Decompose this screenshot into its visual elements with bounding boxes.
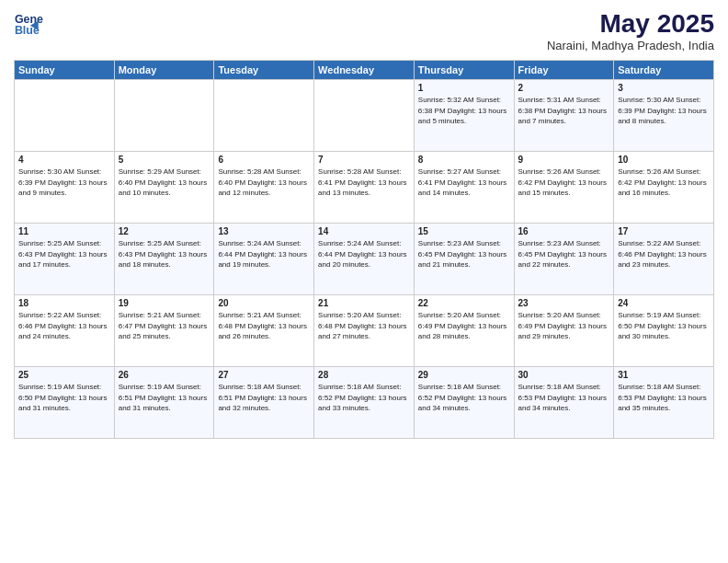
day-info: Sunrise: 5:23 AM Sunset: 6:45 PM Dayligh… [518, 238, 610, 270]
weekday-header-saturday: Saturday [614, 61, 714, 80]
weekday-header-thursday: Thursday [414, 61, 514, 80]
day-cell: 31Sunrise: 5:18 AM Sunset: 6:53 PM Dayli… [614, 367, 714, 439]
day-cell: 30Sunrise: 5:18 AM Sunset: 6:53 PM Dayli… [514, 367, 614, 439]
day-info: Sunrise: 5:29 AM Sunset: 6:40 PM Dayligh… [119, 167, 210, 199]
day-info: Sunrise: 5:22 AM Sunset: 6:46 PM Dayligh… [618, 238, 710, 270]
day-number: 22 [418, 298, 510, 308]
day-cell [314, 80, 415, 152]
day-info: Sunrise: 5:18 AM Sunset: 6:52 PM Dayligh… [418, 382, 510, 414]
day-number: 1 [418, 83, 510, 93]
day-number: 9 [518, 155, 610, 165]
day-number: 11 [18, 226, 110, 236]
day-cell [114, 80, 214, 152]
day-cell: 22Sunrise: 5:20 AM Sunset: 6:49 PM Dayli… [414, 295, 514, 367]
day-number: 29 [418, 370, 510, 380]
day-info: Sunrise: 5:27 AM Sunset: 6:41 PM Dayligh… [418, 167, 510, 199]
day-cell: 14Sunrise: 5:24 AM Sunset: 6:44 PM Dayli… [314, 224, 415, 295]
day-number: 6 [218, 155, 310, 165]
day-info: Sunrise: 5:23 AM Sunset: 6:45 PM Dayligh… [418, 238, 510, 270]
day-info: Sunrise: 5:25 AM Sunset: 6:43 PM Dayligh… [119, 238, 210, 270]
week-row-4: 18Sunrise: 5:22 AM Sunset: 6:46 PM Dayli… [15, 295, 714, 367]
day-info: Sunrise: 5:26 AM Sunset: 6:42 PM Dayligh… [518, 167, 610, 199]
weekday-header-sunday: Sunday [15, 61, 115, 80]
day-info: Sunrise: 5:32 AM Sunset: 6:38 PM Dayligh… [418, 95, 510, 127]
day-cell: 20Sunrise: 5:21 AM Sunset: 6:48 PM Dayli… [214, 295, 314, 367]
day-number: 13 [218, 226, 310, 236]
day-cell: 24Sunrise: 5:19 AM Sunset: 6:50 PM Dayli… [614, 295, 714, 367]
day-info: Sunrise: 5:18 AM Sunset: 6:52 PM Dayligh… [318, 382, 410, 414]
day-number: 3 [618, 83, 710, 93]
day-number: 10 [618, 155, 710, 165]
day-number: 7 [318, 155, 410, 165]
day-info: Sunrise: 5:18 AM Sunset: 6:53 PM Dayligh… [618, 382, 710, 414]
day-info: Sunrise: 5:20 AM Sunset: 6:49 PM Dayligh… [518, 310, 610, 342]
logo-icon: General Blue [14, 9, 43, 39]
day-info: Sunrise: 5:21 AM Sunset: 6:47 PM Dayligh… [119, 310, 210, 342]
weekday-header-tuesday: Tuesday [214, 61, 314, 80]
day-cell: 5Sunrise: 5:29 AM Sunset: 6:40 PM Daylig… [114, 152, 214, 224]
day-number: 30 [518, 370, 610, 380]
day-info: Sunrise: 5:19 AM Sunset: 6:51 PM Dayligh… [119, 382, 210, 414]
day-info: Sunrise: 5:25 AM Sunset: 6:43 PM Dayligh… [18, 238, 110, 270]
day-cell: 3Sunrise: 5:30 AM Sunset: 6:39 PM Daylig… [614, 80, 714, 152]
week-row-5: 25Sunrise: 5:19 AM Sunset: 6:50 PM Dayli… [15, 367, 714, 439]
day-cell [15, 80, 115, 152]
day-cell: 21Sunrise: 5:20 AM Sunset: 6:48 PM Dayli… [314, 295, 415, 367]
day-number: 27 [218, 370, 310, 380]
day-cell [214, 80, 314, 152]
day-cell: 4Sunrise: 5:30 AM Sunset: 6:39 PM Daylig… [15, 152, 115, 224]
page: General Blue May 2025 Naraini, Madhya Pr… [0, 0, 728, 563]
week-row-3: 11Sunrise: 5:25 AM Sunset: 6:43 PM Dayli… [15, 224, 714, 295]
header: General Blue May 2025 Naraini, Madhya Pr… [14, 9, 714, 52]
day-cell: 23Sunrise: 5:20 AM Sunset: 6:49 PM Dayli… [514, 295, 614, 367]
day-info: Sunrise: 5:22 AM Sunset: 6:46 PM Dayligh… [18, 310, 110, 342]
day-info: Sunrise: 5:19 AM Sunset: 6:50 PM Dayligh… [18, 382, 110, 414]
day-info: Sunrise: 5:20 AM Sunset: 6:48 PM Dayligh… [318, 310, 410, 342]
weekday-header-friday: Friday [514, 61, 614, 80]
logo: General Blue [14, 9, 43, 39]
day-number: 26 [119, 370, 210, 380]
day-number: 25 [18, 370, 110, 380]
day-cell: 1Sunrise: 5:32 AM Sunset: 6:38 PM Daylig… [414, 80, 514, 152]
day-cell: 26Sunrise: 5:19 AM Sunset: 6:51 PM Dayli… [114, 367, 214, 439]
svg-text:Blue: Blue [15, 24, 40, 37]
week-row-2: 4Sunrise: 5:30 AM Sunset: 6:39 PM Daylig… [15, 152, 714, 224]
day-number: 18 [18, 298, 110, 308]
day-number: 23 [518, 298, 610, 308]
day-cell: 12Sunrise: 5:25 AM Sunset: 6:43 PM Dayli… [114, 224, 214, 295]
day-cell: 16Sunrise: 5:23 AM Sunset: 6:45 PM Dayli… [514, 224, 614, 295]
day-cell: 6Sunrise: 5:28 AM Sunset: 6:40 PM Daylig… [214, 152, 314, 224]
day-info: Sunrise: 5:26 AM Sunset: 6:42 PM Dayligh… [618, 167, 710, 199]
day-info: Sunrise: 5:20 AM Sunset: 6:49 PM Dayligh… [418, 310, 510, 342]
day-info: Sunrise: 5:30 AM Sunset: 6:39 PM Dayligh… [18, 167, 110, 199]
weekday-header-row: SundayMondayTuesdayWednesdayThursdayFrid… [15, 61, 714, 80]
day-info: Sunrise: 5:28 AM Sunset: 6:40 PM Dayligh… [218, 167, 310, 199]
day-number: 5 [119, 155, 210, 165]
day-info: Sunrise: 5:30 AM Sunset: 6:39 PM Dayligh… [618, 95, 710, 127]
day-cell: 9Sunrise: 5:26 AM Sunset: 6:42 PM Daylig… [514, 152, 614, 224]
day-cell: 2Sunrise: 5:31 AM Sunset: 6:38 PM Daylig… [514, 80, 614, 152]
day-info: Sunrise: 5:24 AM Sunset: 6:44 PM Dayligh… [318, 238, 410, 270]
day-info: Sunrise: 5:31 AM Sunset: 6:38 PM Dayligh… [518, 95, 610, 127]
day-number: 31 [618, 370, 710, 380]
day-number: 19 [119, 298, 210, 308]
day-number: 12 [119, 226, 210, 236]
day-cell: 11Sunrise: 5:25 AM Sunset: 6:43 PM Dayli… [15, 224, 115, 295]
day-cell: 8Sunrise: 5:27 AM Sunset: 6:41 PM Daylig… [414, 152, 514, 224]
week-row-1: 1Sunrise: 5:32 AM Sunset: 6:38 PM Daylig… [15, 80, 714, 152]
day-number: 17 [618, 226, 710, 236]
day-info: Sunrise: 5:24 AM Sunset: 6:44 PM Dayligh… [218, 238, 310, 270]
weekday-header-wednesday: Wednesday [314, 61, 415, 80]
day-cell: 28Sunrise: 5:18 AM Sunset: 6:52 PM Dayli… [314, 367, 415, 439]
day-info: Sunrise: 5:19 AM Sunset: 6:50 PM Dayligh… [618, 310, 710, 342]
day-info: Sunrise: 5:18 AM Sunset: 6:53 PM Dayligh… [518, 382, 610, 414]
day-number: 20 [218, 298, 310, 308]
day-info: Sunrise: 5:21 AM Sunset: 6:48 PM Dayligh… [218, 310, 310, 342]
calendar-table: SundayMondayTuesdayWednesdayThursdayFrid… [14, 60, 714, 439]
location: Naraini, Madhya Pradesh, India [547, 39, 714, 52]
day-cell: 7Sunrise: 5:28 AM Sunset: 6:41 PM Daylig… [314, 152, 415, 224]
title-block: May 2025 Naraini, Madhya Pradesh, India [547, 9, 714, 52]
day-number: 14 [318, 226, 410, 236]
day-info: Sunrise: 5:28 AM Sunset: 6:41 PM Dayligh… [318, 167, 410, 199]
day-cell: 17Sunrise: 5:22 AM Sunset: 6:46 PM Dayli… [614, 224, 714, 295]
